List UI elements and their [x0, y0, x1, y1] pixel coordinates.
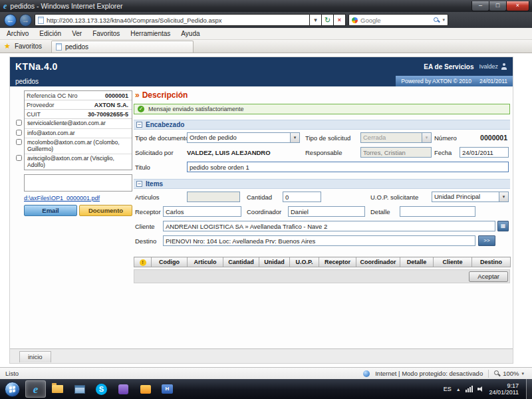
email-checkbox[interactable] [16, 139, 22, 145]
field-label: CUIT [25, 111, 79, 118]
receptor-field[interactable] [163, 206, 241, 217]
maximize-button[interactable]: □ [489, 1, 507, 11]
taskbar-item-app-purple[interactable] [113, 380, 134, 398]
network-icon[interactable] [466, 386, 473, 392]
logged-user[interactable]: Ivaldez [479, 63, 507, 70]
uop-select[interactable]: Unidad Principal ▾ [432, 192, 509, 202]
taskbar-item-windows-explorer[interactable] [47, 380, 68, 398]
tab-page-icon [56, 43, 62, 51]
search-text[interactable]: Google [360, 17, 381, 24]
col-coordinador[interactable]: Coordinador [356, 257, 400, 267]
solicitado-value: VALDEZ, LUIS ALEJANDRO [187, 149, 271, 156]
user-icon [501, 63, 507, 70]
taskbar-item-editor[interactable]: H [157, 380, 178, 398]
documento-button[interactable]: Documento [79, 205, 132, 216]
taskbar-item-skype[interactable]: S [91, 380, 112, 398]
detalle-field[interactable] [400, 206, 475, 217]
volume-icon[interactable] [477, 386, 485, 392]
menu-archivo[interactable]: Archivo [7, 30, 29, 37]
browser-tab-pedidos[interactable]: pedidos [51, 41, 194, 53]
inicio-tab[interactable]: inicio [19, 351, 51, 362]
back-button[interactable]: ← [4, 14, 17, 27]
email-checkbox[interactable] [16, 155, 22, 161]
search-dropdown-icon[interactable]: ▾ [442, 17, 445, 23]
zoom-dropdown-icon[interactable]: ▾ [521, 371, 524, 376]
cantidad-label: Cantidad [247, 194, 272, 201]
tray-expand-icon[interactable]: ▲ [456, 387, 461, 392]
tipo-documento-select[interactable]: Orden de pedido ▾ [187, 132, 300, 143]
app-subheader: pedidos Powered by AXTON © 2010 24/01/20… [10, 76, 513, 86]
cliente-field[interactable] [163, 221, 495, 231]
taskbar-item-app-window[interactable] [69, 380, 90, 398]
chevron-down-icon[interactable]: ▾ [499, 192, 509, 202]
menu-ver[interactable]: Ver [72, 30, 82, 37]
start-button[interactable] [5, 382, 20, 397]
email-button[interactable]: Email [24, 205, 77, 216]
menu-herramientas[interactable]: Herramientas [130, 30, 170, 37]
show-desktop-button[interactable] [526, 379, 532, 399]
tipo-documento-label: Tipo de documento [135, 134, 189, 142]
skype-icon: S [96, 384, 107, 395]
col-detalle[interactable]: Detalle [400, 257, 434, 267]
col-uop[interactable]: U.O.P. [290, 257, 319, 267]
email-checkbox[interactable] [16, 120, 22, 126]
menu-bar: Archivo Edición Ver Favoritos Herramient… [0, 28, 532, 40]
refresh-button[interactable]: ↻ [322, 14, 334, 26]
coordinador-field[interactable] [288, 206, 365, 217]
tab-label: pedidos [65, 43, 88, 51]
articulos-field [187, 192, 240, 202]
powered-bar: Powered by AXTON © 2010 24/01/2011 [396, 76, 513, 86]
message-textarea[interactable] [24, 174, 132, 192]
col-receptor[interactable]: Receptor [319, 257, 356, 267]
email-checkbox[interactable] [16, 130, 22, 136]
taskbar-clock[interactable]: 9:17 24/01/2011 [489, 382, 521, 396]
receptor-label: Receptor [135, 208, 161, 215]
col-cantidad[interactable]: Cantidad [223, 257, 259, 267]
search-box[interactable]: Google ▾ [348, 14, 448, 26]
detalle-label: Detalle [370, 208, 390, 215]
section-encabezado: − Encabezado [134, 120, 510, 130]
fecha-field[interactable] [460, 147, 509, 158]
collapse-icon[interactable]: − [136, 181, 142, 187]
minimize-button[interactable]: – [471, 1, 489, 11]
status-text: Listo [5, 370, 358, 377]
col-unidad[interactable]: Unidad [259, 257, 290, 267]
check-circle-icon: ✓ [138, 106, 144, 112]
col-articulo[interactable]: Articulo [188, 257, 223, 267]
url-text[interactable]: http://200.123.173.132/ktna40/Compras/So… [47, 17, 222, 24]
taskbar-item-folder-orange[interactable] [135, 380, 156, 398]
zoom-control[interactable]: 100% ▾ [494, 370, 524, 377]
cliente-lookup-button[interactable]: ▦ [497, 221, 509, 231]
destino-more-button[interactable]: >> [478, 235, 495, 246]
app-header: KTNa.4.0 EA de Servicios Ivaldez [10, 57, 513, 76]
close-button[interactable]: × [506, 1, 529, 11]
url-field[interactable]: http://200.123.173.132/ktna40/Compras/So… [35, 14, 310, 26]
aceptar-button[interactable]: Aceptar [469, 271, 508, 282]
warning-column-header: ! [134, 257, 152, 267]
destino-field[interactable] [163, 235, 475, 246]
search-icon[interactable] [434, 17, 440, 23]
statusbar-separator [488, 370, 489, 378]
menu-ayuda[interactable]: Ayuda [181, 30, 200, 37]
col-codigo[interactable]: Codigo [152, 257, 188, 267]
language-indicator[interactable]: ES [444, 386, 452, 392]
chevron-down-icon[interactable]: ▾ [290, 132, 300, 143]
col-destino[interactable]: Destino [472, 257, 511, 267]
titulo-field[interactable] [187, 162, 509, 172]
pdf-link[interactable]: d:\axFiles\OP1_0000001.pdf [24, 195, 132, 201]
menu-edicion[interactable]: Edición [39, 30, 61, 37]
col-cliente[interactable]: Cliente [434, 257, 472, 267]
collapse-icon[interactable]: − [136, 122, 142, 128]
url-dropdown-button[interactable]: ▾ [310, 14, 322, 26]
menu-favoritos[interactable]: Favoritos [92, 30, 120, 37]
uop-label: U.O.P. solicitante [370, 194, 418, 201]
favorites-button[interactable]: Favoritos [15, 43, 42, 50]
field-value: AXTON S.A. [79, 102, 132, 108]
taskbar-item-internet-explorer[interactable]: e [25, 380, 46, 398]
forward-button[interactable]: → [19, 14, 32, 27]
stop-button[interactable]: × [334, 14, 346, 26]
field-value: 30-70092655-5 [79, 111, 132, 118]
taskbar: e S H ES ▲ 9:17 24/01/2011 [0, 379, 532, 399]
tipo-solicitud-value: Cerrada [360, 132, 422, 143]
cantidad-field[interactable] [283, 192, 321, 202]
